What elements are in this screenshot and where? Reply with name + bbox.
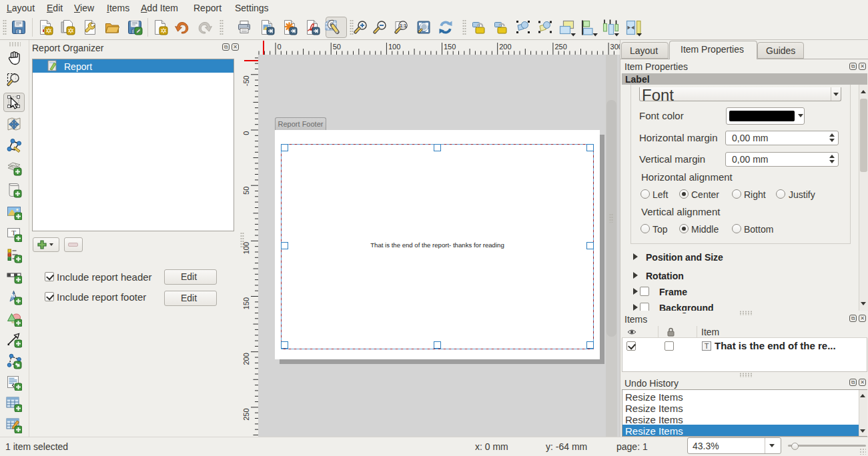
svg-text:100: 100 xyxy=(242,242,250,254)
svg-text:150: 150 xyxy=(444,43,456,51)
svg-text:150: 150 xyxy=(242,297,250,309)
svg-text:50: 50 xyxy=(333,43,341,51)
svg-text:-50: -50 xyxy=(242,75,250,86)
svg-text:200: 200 xyxy=(242,353,250,365)
svg-text:250: 250 xyxy=(554,43,566,51)
svg-text:0: 0 xyxy=(242,131,250,135)
svg-text:200: 200 xyxy=(499,43,511,51)
svg-text:300: 300 xyxy=(610,43,620,51)
svg-text:1:1: 1:1 xyxy=(400,23,406,28)
svg-text:50: 50 xyxy=(242,187,250,195)
svg-text:250: 250 xyxy=(242,408,250,420)
svg-text:0: 0 xyxy=(278,43,282,51)
svg-text:100: 100 xyxy=(388,43,400,51)
